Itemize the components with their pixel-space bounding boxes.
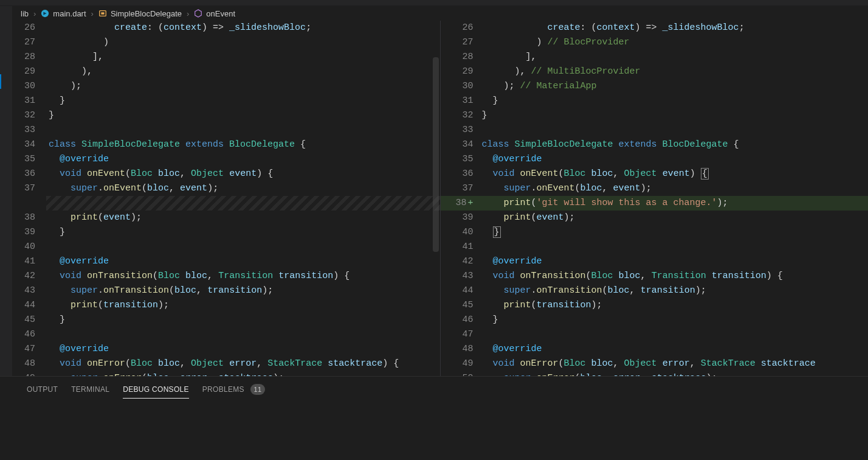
- breadcrumb-method[interactable]: onEvent: [194, 9, 235, 18]
- diff-editor[interactable]: 2627282930313233343536373839404142434445…: [12, 21, 868, 376]
- tab-problems[interactable]: PROBLEMS 11: [202, 382, 266, 400]
- class-icon: [98, 9, 107, 18]
- dart-file-icon: [41, 9, 49, 18]
- breadcrumb-folder-label: lib: [21, 9, 29, 18]
- breadcrumb-file-label: main.dart: [53, 9, 86, 18]
- breadcrumb-sep: ›: [33, 9, 36, 18]
- diff-pane-original[interactable]: 2627282930313233343536373839404142434445…: [12, 21, 441, 376]
- breadcrumb-class[interactable]: SimpleBlocDelegate: [98, 9, 182, 18]
- breadcrumb-method-label: onEvent: [206, 9, 235, 18]
- breadcrumb-folder[interactable]: lib: [21, 9, 29, 18]
- line-gutter: 2627282930313233343536373839404142434445…: [12, 21, 46, 376]
- tab-bar[interactable]: [0, 0, 868, 6]
- panel-tabs: OUTPUT TERMINAL DEBUG CONSOLE PROBLEMS 1…: [0, 377, 868, 400]
- breadcrumb-sep: ›: [91, 9, 94, 18]
- breadcrumb-sep: ›: [187, 9, 189, 18]
- bottom-panel: OUTPUT TERMINAL DEBUG CONSOLE PROBLEMS 1…: [0, 376, 868, 460]
- breadcrumb-file[interactable]: main.dart: [41, 9, 86, 18]
- breadcrumb-class-label: SimpleBlocDelegate: [111, 9, 182, 18]
- tab-output[interactable]: OUTPUT: [27, 383, 58, 399]
- problems-count-badge: 11: [250, 384, 266, 395]
- svg-rect-2: [101, 12, 104, 15]
- tab-terminal[interactable]: TERMINAL: [71, 383, 109, 399]
- activity-active-indicator: [0, 74, 1, 89]
- tab-debug-console[interactable]: DEBUG CONSOLE: [123, 383, 189, 399]
- activity-bar[interactable]: [0, 6, 12, 376]
- scrollbar-thumb[interactable]: [433, 57, 439, 252]
- method-icon: [194, 9, 202, 18]
- diff-pane-modified[interactable]: 2627282930313233343536373839404142434445…: [441, 21, 869, 376]
- line-gutter: 2627282930313233343536373839404142434445…: [441, 21, 480, 376]
- code-area-modified[interactable]: create: (context) => _slideshowBloc; ) /…: [480, 21, 869, 376]
- breadcrumb: lib › main.dart › SimpleBlocDelegate ›: [12, 6, 868, 21]
- code-area-original[interactable]: create: (context) => _slideshowBloc; ) ]…: [46, 21, 440, 376]
